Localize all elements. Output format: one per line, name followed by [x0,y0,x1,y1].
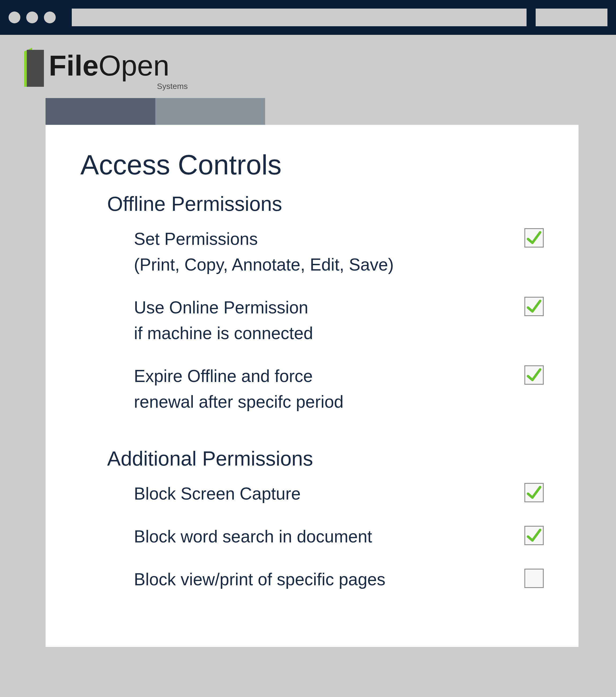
svg-rect-1 [27,50,44,87]
brand-name-bold: File [49,49,99,82]
check-icon [526,527,542,544]
tab-2[interactable] [155,98,265,125]
window-close-dot[interactable] [9,12,20,23]
browser-bar [0,0,616,35]
window-minimize-dot[interactable] [26,12,38,23]
section-title-offline: Offline Permissions [107,192,544,216]
permission-label: Expire Offline and force renewal after s… [134,363,344,415]
permission-row: Set Permissions (Print, Copy, Annotate, … [134,226,544,278]
check-icon [526,484,542,501]
main-panel: Access Controls Offline Permissions Set … [46,125,579,647]
permission-checkbox-block-word-search[interactable] [524,526,544,545]
permission-checkbox-block-view-print-pages[interactable] [524,569,544,588]
permission-row: Use Online Permission if machine is conn… [134,295,544,346]
permission-label: Block word search in document [134,524,372,549]
permission-row: Expire Offline and force renewal after s… [134,363,544,415]
check-icon [526,229,542,246]
permission-label: Block Screen Capture [134,481,301,506]
permission-label: Block view/print of specific pages [134,566,386,592]
brand-name-light: Open [99,49,169,82]
browser-action-button[interactable] [536,9,607,26]
address-bar[interactable] [72,9,527,26]
check-icon [526,367,542,383]
permission-checkbox-set-permissions[interactable] [524,228,544,248]
tab-strip [46,98,616,125]
permission-checkbox-expire-offline[interactable] [524,365,544,385]
check-icon [526,298,542,315]
permission-checkbox-use-online[interactable] [524,297,544,316]
brand-subtitle: Systems [157,82,188,91]
permission-checkbox-block-screen-capture[interactable] [524,483,544,502]
permission-row: Block view/print of specific pages [134,566,544,592]
window-controls [9,12,56,23]
permission-row: Block word search in document [134,524,544,549]
permission-label: Use Online Permission if machine is conn… [134,295,313,346]
window-maximize-dot[interactable] [44,12,56,23]
permission-row: Block Screen Capture [134,481,544,506]
section-title-additional: Additional Permissions [107,447,544,470]
brand-logo: FileOpen Systems [19,47,616,95]
page-title: Access Controls [80,149,544,181]
permission-label: Set Permissions (Print, Copy, Annotate, … [134,226,394,278]
tab-1[interactable] [46,98,155,125]
svg-text:FileOpen: FileOpen [49,49,169,82]
